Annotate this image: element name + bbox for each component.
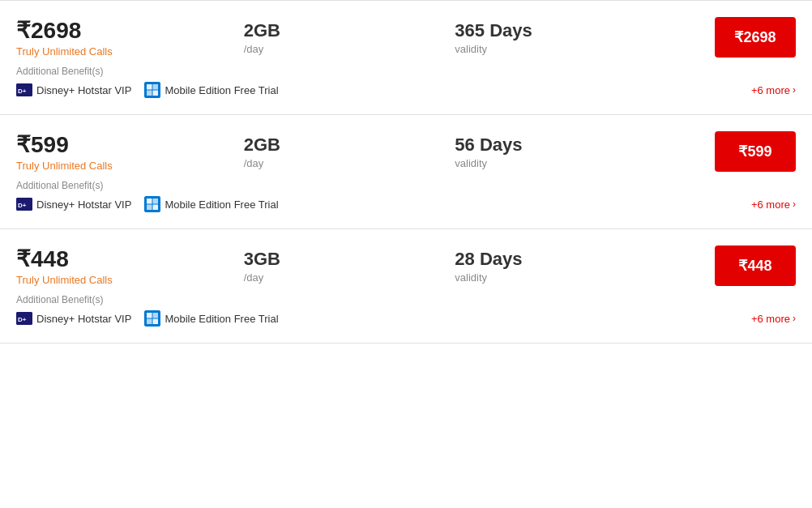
- plan-benefits-label: Additional Benefit(s): [16, 294, 796, 305]
- disney-hotstar-icon: D+: [16, 83, 32, 96]
- plan-benefits-items: D+ Disney+ Hotstar VIP Mobile Edition Fr…: [16, 82, 279, 98]
- plan-data-unit: /day: [244, 271, 390, 284]
- plan-benefits: Additional Benefit(s) D+ Disney+ Hotstar…: [16, 180, 796, 212]
- plan-data-unit: /day: [244, 43, 390, 55]
- plan-data-unit: /day: [244, 157, 390, 169]
- plan-cta-section: ₹599: [699, 131, 796, 172]
- plan-benefits: Additional Benefit(s) D+ Disney+ Hotstar…: [16, 66, 796, 98]
- svg-rect-18: [153, 313, 159, 318]
- plan-row-1: ₹599 Truly Unlimited Calls 2GB /day 56 D…: [0, 114, 812, 228]
- plan-benefits-row: D+ Disney+ Hotstar VIP Mobile Edition Fr…: [16, 82, 796, 98]
- plan-data-section: 3GB /day: [244, 245, 390, 284]
- svg-text:D+: D+: [18, 88, 27, 95]
- benefit-label: Mobile Edition Free Trial: [165, 199, 278, 211]
- plan-data-value: 3GB: [244, 249, 390, 270]
- svg-rect-19: [147, 319, 152, 325]
- more-link[interactable]: +6 more ›: [751, 313, 796, 325]
- plan-price-section: ₹2698 Truly Unlimited Calls: [16, 17, 178, 58]
- plan-validity-section: 365 Days validity: [455, 17, 633, 55]
- plan-benefits-row: D+ Disney+ Hotstar VIP Mobile Edition Fr…: [16, 196, 796, 212]
- svg-text:D+: D+: [18, 316, 27, 323]
- disney-hotstar-icon: D+: [16, 312, 32, 325]
- svg-text:D+: D+: [18, 202, 27, 209]
- benefit-item-1: Mobile Edition Free Trial: [144, 82, 278, 98]
- plan-benefits-row: D+ Disney+ Hotstar VIP Mobile Edition Fr…: [16, 310, 796, 327]
- disney-hotstar-icon: D+: [16, 198, 32, 211]
- plan-data-section: 2GB /day: [244, 17, 390, 55]
- plan-cta-button[interactable]: ₹448: [715, 245, 796, 286]
- plan-price: ₹2698: [16, 17, 178, 44]
- benefit-item-1: Mobile Edition Free Trial: [144, 310, 278, 327]
- plan-cta-section: ₹2698: [699, 17, 796, 58]
- benefit-label: Disney+ Hotstar VIP: [36, 84, 131, 96]
- plan-main: ₹2698 Truly Unlimited Calls 2GB /day 365…: [16, 17, 796, 58]
- svg-rect-11: [153, 199, 159, 204]
- plan-price: ₹599: [16, 131, 178, 158]
- svg-rect-6: [153, 91, 159, 96]
- plan-validity-label: validity: [455, 157, 633, 169]
- more-link-label: +6 more: [751, 199, 790, 211]
- more-link-label: +6 more: [751, 313, 790, 325]
- benefit-label: Disney+ Hotstar VIP: [36, 199, 131, 211]
- plan-calls: Truly Unlimited Calls: [16, 274, 178, 286]
- plan-validity-label: validity: [455, 43, 633, 55]
- plan-main: ₹599 Truly Unlimited Calls 2GB /day 56 D…: [16, 131, 796, 172]
- plan-price-section: ₹448 Truly Unlimited Calls: [16, 245, 178, 286]
- plan-benefits-label: Additional Benefit(s): [16, 180, 796, 191]
- benefit-label: Mobile Edition Free Trial: [165, 313, 278, 325]
- svg-rect-3: [147, 84, 152, 90]
- more-link[interactable]: +6 more ›: [751, 199, 796, 211]
- plan-row-2: ₹448 Truly Unlimited Calls 3GB /day 28 D…: [0, 228, 812, 344]
- svg-rect-20: [153, 319, 159, 325]
- more-link-label: +6 more: [751, 84, 790, 96]
- svg-rect-10: [147, 199, 152, 204]
- plan-validity-value: 56 Days: [455, 134, 633, 156]
- plan-main: ₹448 Truly Unlimited Calls 3GB /day 28 D…: [16, 245, 796, 286]
- plan-cta-button[interactable]: ₹2698: [715, 17, 796, 58]
- microsoft-icon: [144, 196, 160, 212]
- benefit-item-0: D+ Disney+ Hotstar VIP: [16, 198, 131, 211]
- chevron-right-icon: ›: [793, 313, 796, 324]
- plan-row-0: ₹2698 Truly Unlimited Calls 2GB /day 365…: [0, 0, 812, 114]
- plan-benefits-label: Additional Benefit(s): [16, 66, 796, 77]
- plan-validity-label: validity: [455, 271, 633, 284]
- chevron-right-icon: ›: [793, 199, 796, 210]
- svg-rect-5: [147, 91, 152, 96]
- plan-benefits-items: D+ Disney+ Hotstar VIP Mobile Edition Fr…: [16, 196, 279, 212]
- plan-validity-section: 56 Days validity: [455, 131, 633, 169]
- more-link[interactable]: +6 more ›: [751, 84, 796, 96]
- plan-calls: Truly Unlimited Calls: [16, 45, 178, 58]
- plan-data-section: 2GB /day: [244, 131, 390, 169]
- benefit-item-1: Mobile Edition Free Trial: [144, 196, 278, 212]
- plan-calls: Truly Unlimited Calls: [16, 160, 178, 172]
- plan-data-value: 2GB: [244, 20, 390, 41]
- plan-price: ₹448: [16, 245, 178, 272]
- plan-validity-section: 28 Days validity: [455, 245, 633, 284]
- microsoft-icon: [144, 310, 160, 327]
- plan-benefits: Additional Benefit(s) D+ Disney+ Hotstar…: [16, 294, 796, 327]
- plan-price-section: ₹599 Truly Unlimited Calls: [16, 131, 178, 172]
- plan-list: ₹2698 Truly Unlimited Calls 2GB /day 365…: [0, 0, 812, 344]
- plan-validity-value: 365 Days: [455, 20, 633, 41]
- benefit-label: Disney+ Hotstar VIP: [36, 313, 131, 325]
- plan-cta-section: ₹448: [699, 245, 796, 286]
- microsoft-icon: [144, 82, 160, 98]
- svg-rect-12: [147, 205, 152, 211]
- plan-validity-value: 28 Days: [455, 249, 633, 270]
- plan-cta-button[interactable]: ₹599: [715, 131, 796, 172]
- benefit-item-0: D+ Disney+ Hotstar VIP: [16, 312, 131, 325]
- svg-rect-17: [147, 313, 152, 318]
- chevron-right-icon: ›: [793, 84, 796, 96]
- benefit-item-0: D+ Disney+ Hotstar VIP: [16, 83, 131, 96]
- plan-data-value: 2GB: [244, 134, 390, 156]
- benefit-label: Mobile Edition Free Trial: [165, 84, 278, 96]
- svg-rect-13: [153, 205, 159, 211]
- plan-benefits-items: D+ Disney+ Hotstar VIP Mobile Edition Fr…: [16, 310, 279, 327]
- svg-rect-4: [153, 84, 159, 90]
